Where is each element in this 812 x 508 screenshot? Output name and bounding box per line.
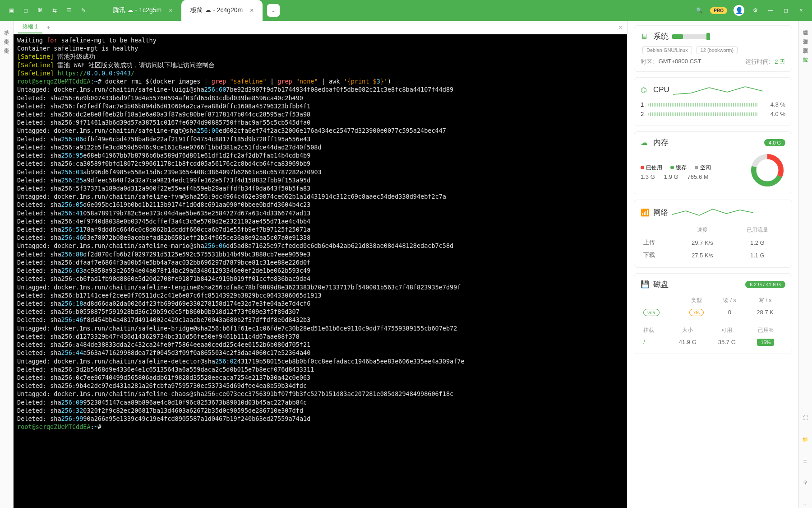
monitor-panel: 🖥 系统 Debian GNU/Linux 12 (bookworm) 时区:G… [627,21,798,508]
titlebar: ▣ ◻ ⌘ ⇆ ☰ ✎ 腾讯 ☁ - 1c2g5m × 极简 ☁ - 2c4g2… [0,0,812,21]
monitor-icon: 🖥 [641,33,650,41]
cpu-bar [648,112,758,116]
toolbar-icon-4[interactable]: ⇆ [51,6,59,14]
dots-icon[interactable]: ⋮ [802,500,810,508]
expand-icon[interactable]: ⛶ [802,413,810,421]
tab-jijian[interactable]: 极简 ☁ - 2c4g20m × [181,0,263,21]
cpu-bar [648,103,758,107]
table-row: 上传29.7 K/s1.2 G [641,237,784,248]
toolbar-icon-3[interactable]: ⌘ [36,6,44,14]
system-bar [672,34,708,39]
toolbar-icon-1[interactable]: ▣ [7,6,15,14]
table-row: 下载27.5 K/s1.1 G [641,249,784,261]
tab-tencent[interactable]: 腾讯 ☁ - 1c2g5m × [104,0,181,21]
tab-label: 极简 ☁ - 2c4g20m [190,6,243,14]
close-icon[interactable]: × [169,7,172,14]
card-title: 内存 [653,137,669,148]
svg-point-2 [754,157,781,184]
maximize-icon[interactable]: ◻ [781,6,790,15]
toolbar-icon-6[interactable]: ✎ [79,6,88,14]
toolbar-icon-5[interactable]: ☰ [65,6,73,14]
right-sidebar: 书签管理 上传列表 下载列表 监控 ⛶ 📁 ☰ ⟳ ⋮ [798,21,812,508]
search-icon[interactable]: 🔍 [695,6,704,15]
wifi-icon: 📶 [641,208,650,217]
disk-card: 💾 磁盘 6.2 G / 41.9 G 类型读 / s写 / s vdaxfs0… [634,273,792,354]
card-title: 系统 [653,31,669,42]
card-title: CPU [653,85,669,94]
cpu-sparkline [673,83,785,97]
avatar[interactable]: 👤 [734,5,744,16]
disk-summary: 6.2 G / 41.9 G [745,281,785,288]
list-icon[interactable]: ☰ [802,457,810,465]
terminal-panel-close[interactable]: × [618,23,623,32]
minimize-icon[interactable]: — [766,6,775,15]
table-row: /41.9 G35.7 G15% [641,337,784,347]
card-title: 磁盘 [653,279,669,289]
memory-icon: ☁ [641,138,650,147]
os-badge: Debian GNU/Linux [642,46,692,54]
gear-icon[interactable]: ⚙ [751,6,760,15]
folder-icon[interactable]: 📁 [802,435,810,443]
os-ver-badge: 12 (bookworm) [697,46,738,54]
disk-icon: 💾 [641,280,650,289]
network-card: 📶 网络 速度已用流量 上传29.7 K/s1.2 G 下载27.5 K/s1.… [634,200,792,268]
terminal-tab[interactable]: 终端 1 [18,21,42,33]
close-window-icon[interactable]: × [797,6,806,15]
memory-donut [749,152,785,188]
bar-thumb-icon[interactable] [706,33,710,40]
close-icon[interactable]: × [250,7,254,14]
cpu-icon: ⌬ [641,86,650,94]
tab-add-button[interactable]: ⌄ [267,4,280,17]
toolbar-icon-2[interactable]: ◻ [22,6,30,14]
terminal-output[interactable]: Waiting for safeline-mgt to be healthyCo… [14,34,627,508]
terminal-tabbar: 终端 1 + × [14,21,627,34]
mem-total: 4.0 G [764,139,785,146]
card-title: 网络 [653,207,669,218]
table-row: vdaxfs028.7 K [641,307,784,317]
cpu-card: ⌬ CPU 14.3 % 24.0 % [634,77,792,126]
memory-card: ☁ 内存 4.0 G 已使用缓存空闲 1.3 G1.9 G765.6 M [634,131,792,194]
tab-label: 腾讯 ☁ - 1c2g5m [113,6,161,14]
system-card: 🖥 系统 Debian GNU/Linux 12 (bookworm) 时区:G… [634,25,792,72]
terminal-tab-add[interactable]: + [47,24,50,31]
refresh-icon[interactable]: ⟳ [802,478,810,486]
pro-badge: PRO [710,7,727,14]
left-sidebar: 小抄 命令历史 历史命令 [0,21,14,508]
net-sparkline [672,205,785,219]
